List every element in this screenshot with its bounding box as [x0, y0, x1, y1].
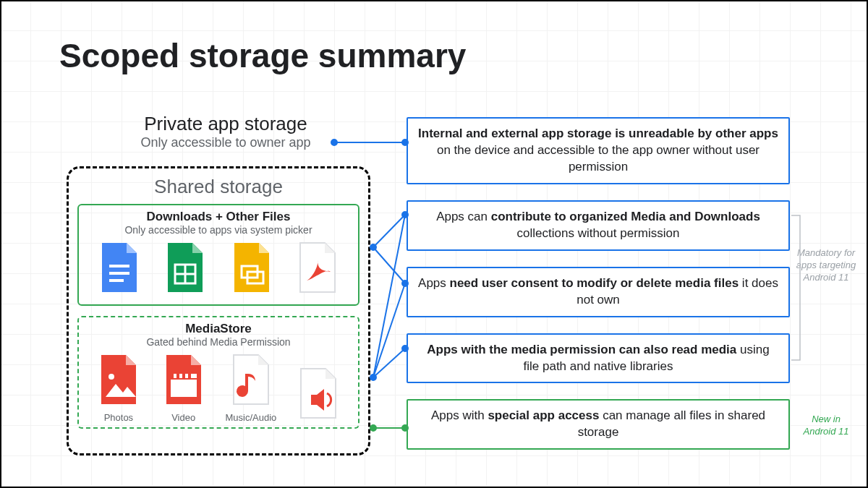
card-contribute: Apps can contribute to organized Media a… [407, 200, 790, 251]
video-label: Video [161, 412, 207, 423]
c1-rest: on the device and accessible to the app … [437, 143, 760, 174]
shared-heading: Shared storage [77, 176, 359, 198]
photos-icon [95, 352, 142, 407]
music-icon [228, 352, 274, 407]
card-media-permission: Apps with the media permission can also … [407, 333, 790, 384]
downloads-icons [86, 240, 351, 297]
downloads-sub: Only accessible to apps via system picke… [86, 224, 351, 236]
docs-icon [96, 240, 142, 295]
svg-rect-13 [188, 374, 191, 378]
svg-rect-11 [176, 374, 179, 378]
svg-line-23 [373, 283, 405, 377]
svg-rect-14 [171, 380, 197, 397]
svg-line-20 [373, 215, 405, 377]
downloads-group: Downloads + Other Files Only accessible … [77, 204, 359, 306]
svg-point-26 [370, 244, 376, 250]
svg-rect-2 [109, 279, 124, 282]
private-heading: Private app storage [110, 113, 341, 135]
mediastore-group: MediaStore Gated behind Media Permission… [77, 316, 359, 429]
private-storage-header: Private app storage Only accessible to o… [110, 113, 341, 150]
slides-icon [229, 240, 275, 295]
video-icon [161, 352, 207, 407]
svg-point-8 [109, 374, 114, 380]
card-special-access: Apps with special app access can manage … [407, 399, 790, 450]
private-sub: Only accessible to owner app [110, 135, 341, 150]
svg-line-18 [373, 215, 405, 247]
svg-point-27 [370, 374, 376, 380]
sheets-icon [162, 240, 208, 295]
svg-rect-10 [171, 374, 174, 378]
svg-rect-0 [109, 265, 129, 267]
mediastore-title: MediaStore [86, 322, 351, 336]
pdf-icon [294, 240, 341, 295]
card-consent: Apps need user consent to modify or dele… [407, 267, 790, 317]
annotation-new: New in Android 11 [797, 414, 855, 438]
svg-rect-12 [182, 374, 185, 378]
svg-line-21 [373, 247, 405, 283]
svg-rect-1 [109, 272, 129, 275]
annotation-mandatory: Mandatory for apps targeting Android 11 [793, 247, 859, 284]
audio-icon [295, 366, 341, 421]
page-title: Scoped storage summary [59, 36, 466, 75]
mediastore-icons: Photos Video Music/Audio [86, 352, 351, 423]
card-app-storage: Internal and external app storage is unr… [407, 117, 790, 184]
svg-line-24 [373, 348, 405, 377]
shared-storage-group: Shared storage Downloads + Other Files O… [67, 166, 370, 455]
c1-bold: Internal and external app storage is unr… [418, 127, 778, 140]
mediastore-sub: Gated behind Media Permission [86, 336, 351, 348]
photos-label: Photos [95, 412, 142, 423]
downloads-title: Downloads + Other Files [86, 210, 351, 224]
svg-point-29 [370, 425, 376, 431]
music-label: Music/Audio [225, 412, 276, 423]
